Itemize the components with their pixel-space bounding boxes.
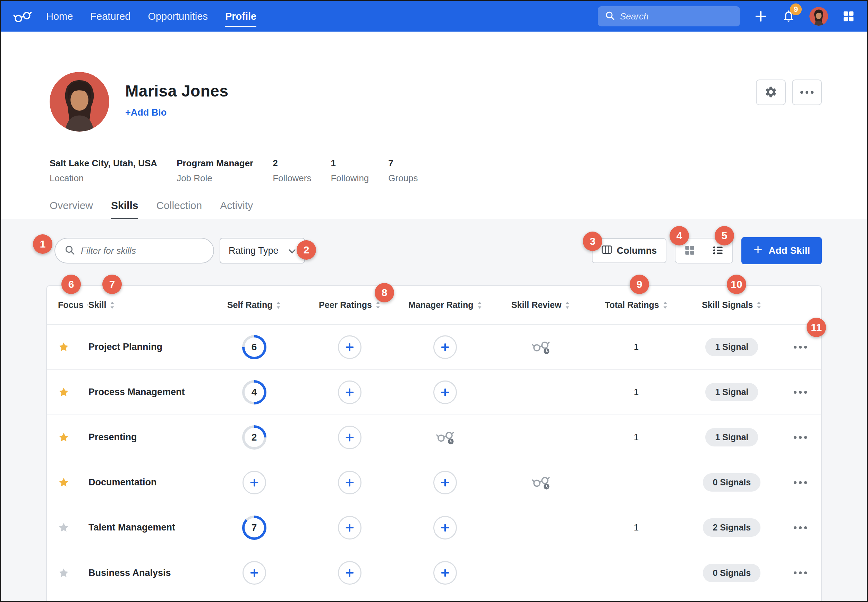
add-bio-link[interactable]: +Add Bio <box>125 107 167 118</box>
skill-name[interactable]: Documentation <box>89 477 157 488</box>
self-rating-ring[interactable]: 2 <box>242 425 266 450</box>
profile-stat-location: Salt Lake City, Utah, USA Location <box>50 158 157 184</box>
column-header-total-ratings[interactable]: Total Ratings <box>588 300 684 310</box>
row-actions-button[interactable] <box>789 521 812 534</box>
columns-button[interactable]: Columns <box>592 238 667 263</box>
grid-view-button[interactable] <box>675 238 704 263</box>
column-header-skill-review[interactable]: Skill Review <box>493 300 588 310</box>
skill-signals-badge[interactable]: 0 Signals <box>703 564 761 582</box>
focus-star-icon[interactable] <box>58 432 69 443</box>
skills-table-body: Project Planning 6 1 1 Signal Process Ma… <box>47 325 821 596</box>
skill-name[interactable]: Talent Management <box>89 522 175 533</box>
skills-content: Rating Type Columns <box>1 219 867 602</box>
total-ratings-value: 1 <box>634 522 639 533</box>
tab-collection[interactable]: Collection <box>156 200 202 219</box>
nav-item-opportunities[interactable]: Opportunities <box>148 1 208 32</box>
nav-item-profile[interactable]: Profile <box>225 1 256 32</box>
column-header-focus[interactable]: Focus <box>47 300 89 310</box>
skill-signals-badge[interactable]: 0 Signals <box>703 473 761 491</box>
add-manager-rating-button[interactable] <box>433 335 457 359</box>
apps-grid-icon[interactable] <box>842 10 855 23</box>
search-input[interactable] <box>620 11 738 22</box>
focus-star-icon[interactable] <box>58 341 69 353</box>
focus-star-icon[interactable] <box>58 386 69 398</box>
column-label: Peer Ratings <box>319 300 372 310</box>
rating-type-select[interactable]: Rating Type <box>220 238 305 264</box>
column-label: Skill Signals <box>702 300 753 310</box>
tab-activity[interactable]: Activity <box>220 200 253 219</box>
degreed-logo-icon[interactable] <box>13 9 32 23</box>
total-ratings-value: 1 <box>634 432 639 443</box>
stat-value: Program Manager <box>177 158 253 169</box>
column-header-skill[interactable]: Skill <box>89 300 207 310</box>
focus-star-icon[interactable] <box>58 477 69 488</box>
skill-signals-badge[interactable]: 1 Signal <box>705 338 758 356</box>
row-actions-button[interactable] <box>789 476 812 489</box>
add-manager-rating-button[interactable] <box>433 381 457 404</box>
add-manager-rating-button[interactable] <box>433 561 457 585</box>
profile-more-button[interactable] <box>792 80 822 105</box>
manager-rating-pending-button[interactable] <box>435 429 455 446</box>
self-rating-value: 7 <box>245 518 264 538</box>
row-actions-button[interactable] <box>789 386 812 399</box>
profile-stat-job-role: Program Manager Job Role <box>177 158 253 184</box>
add-manager-rating-button[interactable] <box>433 516 457 539</box>
app-window: HomeFeaturedOpportunitiesProfile 9 <box>0 0 868 602</box>
self-rating-ring[interactable]: 6 <box>242 335 266 359</box>
focus-star-icon[interactable] <box>58 522 69 533</box>
add-manager-rating-button[interactable] <box>433 471 457 494</box>
add-button[interactable] <box>754 9 768 23</box>
skill-signals-badge[interactable]: 1 Signal <box>705 383 758 401</box>
tab-skills[interactable]: Skills <box>111 200 138 219</box>
add-peer-rating-button[interactable] <box>338 425 361 449</box>
rating-type-label: Rating Type <box>229 246 279 256</box>
nav-right: 9 <box>598 6 855 26</box>
profile-stats: Salt Lake City, Utah, USA Location Progr… <box>50 158 822 184</box>
row-actions-button[interactable] <box>789 431 812 444</box>
list-view-button[interactable] <box>704 238 732 263</box>
skill-signals-badge[interactable]: 1 Signal <box>705 428 758 447</box>
skill-review-pending-button[interactable] <box>531 338 551 356</box>
primary-nav: HomeFeaturedOpportunitiesProfile <box>46 1 256 32</box>
skills-filter[interactable] <box>55 238 214 264</box>
skill-review-pending-button[interactable] <box>531 474 551 491</box>
skill-signals-badge[interactable]: 2 Signals <box>703 518 761 537</box>
global-search[interactable] <box>598 6 740 26</box>
column-header-peer-ratings[interactable]: Peer Ratings <box>302 300 397 310</box>
nav-item-featured[interactable]: Featured <box>90 1 130 32</box>
self-rating-ring[interactable]: 7 <box>242 516 266 540</box>
list-view-icon <box>712 244 724 257</box>
tab-overview[interactable]: Overview <box>50 200 93 219</box>
column-label: Self Rating <box>227 300 272 310</box>
column-header-manager-rating[interactable]: Manager Rating <box>398 300 493 310</box>
row-actions-button[interactable] <box>789 567 812 579</box>
skill-name[interactable]: Project Planning <box>89 342 162 352</box>
add-peer-rating-button[interactable] <box>338 561 361 585</box>
total-ratings-value: 1 <box>634 342 639 352</box>
column-header-self-rating[interactable]: Self Rating <box>207 300 302 310</box>
skill-name[interactable]: Process Management <box>89 387 185 398</box>
focus-star-icon[interactable] <box>58 567 69 579</box>
filter-search-icon <box>64 244 75 257</box>
add-self-rating-button[interactable] <box>242 471 266 494</box>
notifications-button[interactable]: 9 <box>782 9 796 24</box>
column-label: Total Ratings <box>605 300 659 310</box>
add-peer-rating-button[interactable] <box>338 381 361 404</box>
column-header-skill-signals[interactable]: Skill Signals <box>684 300 779 310</box>
add-skill-button[interactable]: Add Skill <box>741 237 822 264</box>
add-self-rating-button[interactable] <box>242 561 266 585</box>
add-peer-rating-button[interactable] <box>338 335 361 359</box>
profile-settings-button[interactable] <box>756 80 786 105</box>
user-avatar[interactable] <box>809 7 828 26</box>
add-peer-rating-button[interactable] <box>338 516 361 539</box>
self-rating-ring[interactable]: 4 <box>242 380 266 404</box>
skill-name[interactable]: Business Analysis <box>89 568 171 578</box>
stat-label: Following <box>331 173 369 184</box>
skills-filter-input[interactable] <box>81 246 204 256</box>
nav-item-home[interactable]: Home <box>46 1 73 32</box>
search-icon <box>605 11 615 22</box>
add-peer-rating-button[interactable] <box>338 471 361 494</box>
table-header: Focus Skill Self Rating Peer Ratings Man… <box>47 286 821 325</box>
row-actions-button[interactable] <box>789 341 812 353</box>
skill-name[interactable]: Presenting <box>89 432 137 443</box>
